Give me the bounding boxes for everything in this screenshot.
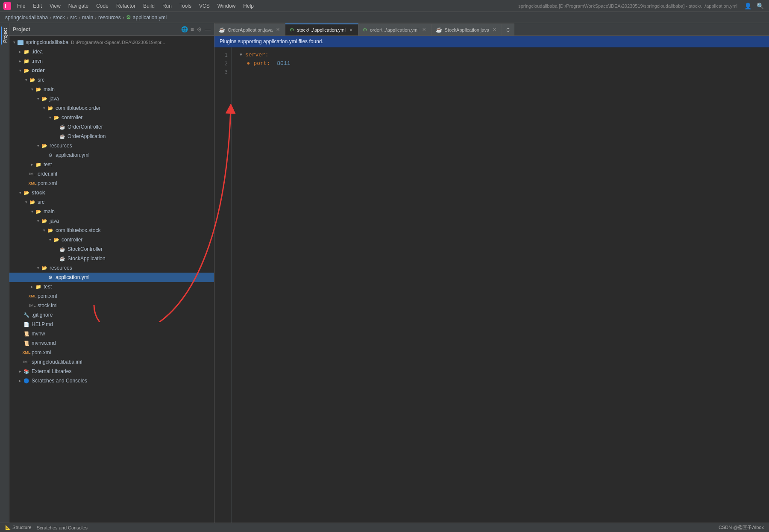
fold-icon-1[interactable]: ▼ xyxy=(238,53,244,58)
arrow-none xyxy=(41,274,47,280)
settings-icon[interactable]: ⚙ xyxy=(197,26,202,33)
tree-item-stock-iml[interactable]: IMLstock.iml xyxy=(9,301,214,310)
file-icon-order-iml: IML xyxy=(29,170,36,177)
file-icon-idea: 📁 xyxy=(23,48,30,55)
tab-stock-application-yml[interactable]: ⚙ stock\...\application.yml ✕ xyxy=(285,24,358,35)
tree-item-external-libs[interactable]: ▸📚External Libraries xyxy=(9,367,214,376)
menu-code[interactable]: Code xyxy=(93,2,112,10)
tree-item-stock-resources[interactable]: ▾📂resources xyxy=(9,263,214,273)
tree-item-mvnw[interactable]: 📜mvnw xyxy=(9,329,214,338)
item-name-stock-main: main xyxy=(44,209,55,215)
menu-edit[interactable]: Edit xyxy=(29,2,45,10)
tab-stock-application-java[interactable]: ☕ StockApplication.java ✕ xyxy=(431,24,502,35)
tree-item-OrderApplication[interactable]: ☕OrderApplication xyxy=(9,132,214,141)
file-icon-order-resources: 📂 xyxy=(41,142,48,149)
tree-item-stock-java[interactable]: ▾📂java xyxy=(9,216,214,226)
file-icon-stock-pom: XML xyxy=(29,293,36,300)
tab-close-button-3[interactable]: ✕ xyxy=(492,27,497,32)
root-path: D:\ProgramWorkSpace\IDEA\20230519\spr... xyxy=(71,40,165,45)
tree-item-order-controller-folder[interactable]: ▾📂controller xyxy=(9,113,214,122)
menu-file[interactable]: File xyxy=(14,2,29,10)
java-tab-icon2: ☕ xyxy=(436,27,442,33)
breadcrumb-src[interactable]: src xyxy=(70,15,77,21)
file-icon-order-application-yml: ⚙ xyxy=(47,152,54,159)
scratches-label[interactable]: Scratches and Consoles xyxy=(37,525,88,530)
line-num-3: 3 xyxy=(214,68,231,76)
tree-item-OrderController[interactable]: ☕OrderController xyxy=(9,122,214,132)
tab-order-application-yml[interactable]: ⚙ order\...\application.yml ✕ xyxy=(358,24,431,35)
item-name-order-pom: pom.xml xyxy=(38,180,57,186)
tab-label-active: stock\...\application.yml xyxy=(297,27,346,32)
menu-refactor[interactable]: Refactor xyxy=(113,2,139,10)
tree-item-idea[interactable]: ▸📁.idea xyxy=(9,47,214,56)
tree-item-mvnw-cmd[interactable]: 📜mvnw.cmd xyxy=(9,338,214,348)
tree-item-gitignore[interactable]: 🔧.gitignore xyxy=(9,310,214,320)
tree-item-scratches[interactable]: ▸🔵Scratches and Consoles xyxy=(9,376,214,385)
minimize-icon[interactable]: — xyxy=(205,26,211,33)
tree-item-stock-test[interactable]: ▸📁test xyxy=(9,282,214,291)
tree-item-stock-src[interactable]: ▾📂src xyxy=(9,197,214,207)
tree-item-stock-pom[interactable]: XMLpom.xml xyxy=(9,291,214,301)
arrow-expanded: ▾ xyxy=(23,77,29,83)
arrow-none xyxy=(53,256,59,262)
collapse-icon[interactable]: ≡ xyxy=(191,26,194,33)
tree-item-StockController[interactable]: ☕StockController xyxy=(9,244,214,254)
port-dot-icon: ● xyxy=(247,59,250,68)
breadcrumb-main[interactable]: main xyxy=(82,15,93,21)
tree-item-stock-application-yml[interactable]: ⚙application.yml xyxy=(9,273,214,282)
tree-item-stock-com[interactable]: ▾📂com.itbluebox.stock xyxy=(9,226,214,235)
tree-item-order-test[interactable]: ▸📁test xyxy=(9,160,214,169)
watermark: CSDN @蓝匣子Albox xyxy=(719,524,764,531)
structure-icon[interactable]: 📐 Structure xyxy=(5,525,32,530)
code-area[interactable]: ▼ server: ● port: 8011 xyxy=(232,47,769,523)
menu-view[interactable]: View xyxy=(46,2,64,10)
arrow-none xyxy=(53,124,59,130)
tree-item-order-iml[interactable]: IMLorder.iml xyxy=(9,169,214,179)
tree-item-StockApplication[interactable]: ☕StockApplication xyxy=(9,254,214,263)
tree-item-order-application-yml[interactable]: ⚙application.yml xyxy=(9,150,214,160)
tab-order-application-java[interactable]: ☕ OrderApplication.java ✕ xyxy=(214,24,285,35)
menu-run[interactable]: Run xyxy=(159,2,175,10)
tree-item-stock[interactable]: ▾📂stock xyxy=(9,188,214,197)
tree-item-stock-main[interactable]: ▾📂main xyxy=(9,207,214,216)
item-name-mvnw: mvnw xyxy=(32,331,45,337)
file-icon-OrderApplication: ☕ xyxy=(59,133,66,140)
breadcrumb-root[interactable]: springcloudalibaba xyxy=(5,15,48,21)
tree-item-order-resources[interactable]: ▾📂resources xyxy=(9,141,214,150)
project-sidebar-label[interactable]: Project xyxy=(1,26,9,44)
tree-item-order-com[interactable]: ▾📂com.itbluebox.order xyxy=(9,103,214,113)
breadcrumb-stock[interactable]: stock xyxy=(53,15,65,21)
tree-item-mvn[interactable]: ▸📁.mvn xyxy=(9,56,214,66)
arrow-expanded: ▾ xyxy=(41,227,47,233)
tree-item-root[interactable]: ▾springcloudalibabaD:\ProgramWorkSpace\I… xyxy=(9,38,214,47)
tree-item-stock-controller-folder[interactable]: ▾📂controller xyxy=(9,235,214,244)
tab-close-button[interactable]: ✕ xyxy=(275,27,281,32)
tree-item-order-java[interactable]: ▾📂java xyxy=(9,94,214,103)
menu-help[interactable]: Help xyxy=(240,2,257,10)
tab-close-button-active[interactable]: ✕ xyxy=(348,27,354,33)
tree-item-order-pom[interactable]: XMLpom.xml xyxy=(9,179,214,188)
scope-icon[interactable]: 🌐 xyxy=(181,26,188,33)
menu-navigate[interactable]: Navigate xyxy=(65,2,92,10)
menu-build[interactable]: Build xyxy=(140,2,158,10)
tab-more[interactable]: C xyxy=(502,24,514,35)
tree-item-order-main[interactable]: ▾📂main xyxy=(9,85,214,94)
item-name-stock-java: java xyxy=(50,218,59,224)
menu-window[interactable]: Window xyxy=(214,2,239,10)
tree-item-springcloudalibaba-iml[interactable]: IMLspringcloudalibaba.iml xyxy=(9,357,214,367)
breadcrumb-sep1: › xyxy=(50,15,51,21)
tab-close-button-2[interactable]: ✕ xyxy=(421,27,427,32)
arrow-expanded: ▾ xyxy=(35,265,41,271)
breadcrumb-resources[interactable]: resources xyxy=(98,15,121,21)
tree-item-root-pom[interactable]: XMLpom.xml xyxy=(9,348,214,357)
search-everywhere-icon[interactable]: 🔍 xyxy=(755,3,766,9)
notification-banner: Plugins supporting application.yml files… xyxy=(214,36,769,47)
breadcrumb-file[interactable]: application.yml xyxy=(133,15,167,21)
tree-item-help-md[interactable]: 📄HELP.md xyxy=(9,320,214,329)
menu-tools[interactable]: Tools xyxy=(176,2,195,10)
svg-text:I: I xyxy=(5,3,6,9)
menu-vcs[interactable]: VCS xyxy=(196,2,213,10)
tree-item-order-src[interactable]: ▾📂src xyxy=(9,75,214,85)
tree-item-order[interactable]: ▾📂order xyxy=(9,66,214,75)
file-icon-order-main: 📂 xyxy=(35,86,42,93)
